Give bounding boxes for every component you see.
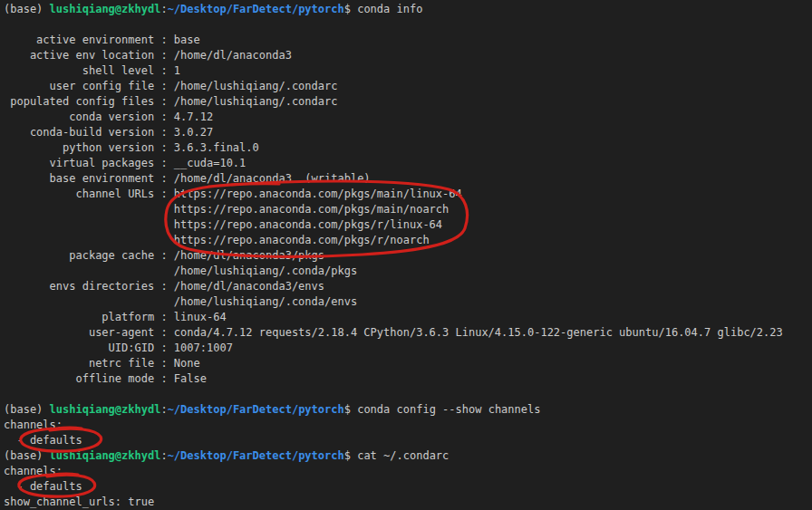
terminal-output[interactable]: (base) lushiqiang@zkhydl:~/Desktop/FarDe… — [4, 2, 812, 510]
terminal-line: package cache : /home/dl/anaconda3/pkgs — [4, 248, 812, 264]
terminal-text-segment: channels: — [4, 465, 63, 477]
terminal-text-segment: conda-build version : 3.0.27 — [4, 126, 213, 139]
terminal-text-segment: - defaults — [4, 434, 82, 447]
terminal-text-segment: (base) — [4, 3, 50, 15]
terminal-text-segment: /home/lushiqiang/.conda/pkgs — [4, 265, 357, 277]
terminal-line: base environment : /home/dl/anaconda3 (w… — [4, 171, 812, 187]
terminal-text-segment: /home/lushiqiang/.conda/envs — [4, 295, 357, 308]
terminal-text-segment: base environment : /home/dl/anaconda3 (w… — [4, 172, 371, 185]
prompt-line-cat-condarc: (base) lushiqiang@zkhydl:~/Desktop/FarDe… — [4, 448, 812, 464]
terminal-line: channels: — [4, 418, 812, 433]
terminal-text-segment: conda version : 4.7.12 — [4, 111, 213, 123]
terminal-line — [4, 17, 812, 33]
terminal-line: https://repo.anaconda.com/pkgs/r/noarch — [4, 233, 812, 248]
terminal-line: python version : 3.6.3.final.0 — [4, 140, 812, 156]
terminal-text-segment: - defaults — [4, 480, 82, 493]
terminal-text-segment: channel URLs : https://repo.anaconda.com… — [4, 188, 462, 200]
prompt-line-conda-info: (base) lushiqiang@zkhydl:~/Desktop/FarDe… — [4, 2, 812, 17]
terminal-line: shell level : 1 — [4, 63, 812, 79]
terminal-text-segment: https://repo.anaconda.com/pkgs/r/noarch — [4, 234, 430, 246]
terminal-line: UID:GID : 1007:1007 — [4, 341, 812, 356]
prompt-line-conda-config: (base) lushiqiang@zkhydl:~/Desktop/FarDe… — [4, 402, 812, 418]
terminal-line: /home/lushiqiang/.conda/pkgs — [4, 264, 812, 279]
terminal-line: https://repo.anaconda.com/pkgs/main/noar… — [4, 202, 812, 217]
terminal-text-segment: virtual packages : __cuda=10.1 — [4, 157, 246, 169]
terminal-line: /home/lushiqiang/.conda/envs — [4, 294, 812, 310]
terminal-line: offline mode : False — [4, 371, 812, 387]
terminal-text-segment: offline mode : False — [4, 372, 207, 385]
terminal-line: envs directories : /home/dl/anaconda3/en… — [4, 279, 812, 294]
terminal-text-segment: https://repo.anaconda.com/pkgs/main/noar… — [4, 203, 449, 216]
terminal-line: channels: — [4, 464, 812, 479]
terminal-line: conda-build version : 3.0.27 — [4, 125, 812, 140]
terminal-text-segment: ~/Desktop/FarDetect/pytorch — [168, 449, 344, 462]
terminal-text-segment: lushiqiang@zkhydl — [50, 3, 161, 15]
terminal-text-segment: https://repo.anaconda.com/pkgs/r/linux-6… — [4, 218, 442, 231]
terminal-text-segment: : — [160, 403, 167, 416]
terminal-line: user config file : /home/lushiqiang/.con… — [4, 79, 812, 94]
terminal-text-segment: populated config files : /home/lushiqian… — [4, 95, 337, 108]
terminal-line: show_channel_urls: true — [4, 495, 812, 510]
terminal-line: virtual packages : __cuda=10.1 — [4, 156, 812, 171]
terminal-text-segment: channels: — [4, 419, 63, 431]
terminal-text-segment: : — [160, 449, 167, 462]
terminal-text-segment: show_channel_urls: true — [4, 496, 154, 508]
terminal-text-segment: envs directories : /home/dl/anaconda3/en… — [4, 280, 324, 293]
terminal-line: conda version : 4.7.12 — [4, 110, 812, 125]
terminal-text-segment: $ conda info — [344, 3, 423, 15]
terminal-window: (base) lushiqiang@zkhydl:~/Desktop/FarDe… — [0, 0, 812, 510]
terminal-line: netrc file : None — [4, 356, 812, 371]
terminal-text-segment: netrc file : None — [4, 357, 200, 370]
terminal-line: - defaults — [4, 433, 812, 448]
terminal-line: user-agent : conda/4.7.12 requests/2.18.… — [4, 325, 812, 341]
terminal-text-segment: package cache : /home/dl/anaconda3/pkgs — [4, 249, 324, 262]
terminal-line: populated config files : /home/lushiqian… — [4, 94, 812, 110]
terminal-text-segment: platform : linux-64 — [4, 311, 227, 323]
terminal-line: channel URLs : https://repo.anaconda.com… — [4, 187, 812, 202]
terminal-text-segment: ~/Desktop/FarDetect/pytorch — [168, 403, 344, 416]
terminal-line: active environment : base — [4, 33, 812, 48]
terminal-text-segment: (base) — [4, 449, 50, 462]
terminal-text-segment: ~/Desktop/FarDetect/pytorch — [168, 3, 344, 15]
terminal-text-segment: user-agent : conda/4.7.12 requests/2.18.… — [4, 326, 783, 339]
terminal-text-segment: python version : 3.6.3.final.0 — [4, 141, 259, 154]
terminal-text-segment: : — [160, 3, 167, 15]
terminal-text-segment: UID:GID : 1007:1007 — [4, 342, 233, 354]
terminal-line — [4, 387, 812, 402]
terminal-text-segment: $ conda config --show channels — [344, 403, 541, 416]
terminal-text-segment: lushiqiang@zkhydl — [50, 403, 161, 416]
terminal-text-segment: shell level : 1 — [4, 64, 180, 77]
terminal-text-segment: $ cat ~/.condarc — [344, 449, 450, 462]
terminal-text-segment: active environment : base — [4, 34, 200, 46]
terminal-line: https://repo.anaconda.com/pkgs/r/linux-6… — [4, 217, 812, 233]
terminal-text-segment: lushiqiang@zkhydl — [50, 449, 161, 462]
terminal-text-segment: active env location : /home/dl/anaconda3 — [4, 49, 292, 62]
terminal-line: - defaults — [4, 479, 812, 495]
terminal-text-segment: (base) — [4, 403, 50, 416]
terminal-line: platform : linux-64 — [4, 310, 812, 325]
terminal-line: active env location : /home/dl/anaconda3 — [4, 48, 812, 63]
terminal-text-segment: user config file : /home/lushiqiang/.con… — [4, 80, 337, 92]
